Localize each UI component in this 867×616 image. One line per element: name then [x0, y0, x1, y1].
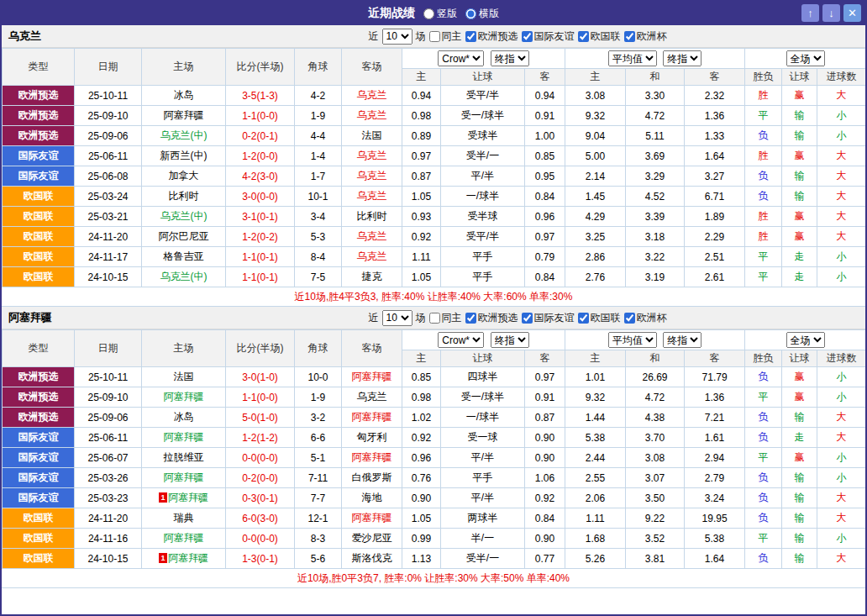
- away-team[interactable]: 乌克兰: [342, 247, 402, 267]
- euro-cup-checkbox[interactable]: [624, 313, 635, 324]
- company-final-select[interactable]: 终指: [491, 332, 529, 348]
- filter-euro-cup[interactable]: 欧洲杯: [624, 311, 667, 325]
- view-vertical-option[interactable]: 竖版: [423, 7, 457, 21]
- scope-select[interactable]: 全场: [786, 332, 825, 348]
- score[interactable]: 0-2(0-0): [226, 468, 295, 488]
- home-team[interactable]: 拉脱维亚: [142, 448, 226, 468]
- away-team[interactable]: 比利时: [342, 207, 402, 227]
- away-team[interactable]: 阿塞拜疆: [342, 508, 402, 529]
- average-final-select[interactable]: 终指: [663, 332, 701, 348]
- home-team[interactable]: 乌克兰(中): [142, 207, 226, 227]
- away-team[interactable]: 乌克兰: [342, 146, 402, 166]
- filter-nations-league[interactable]: 欧国联: [578, 311, 621, 325]
- filter-euro-qualifier[interactable]: 欧洲预选: [465, 29, 518, 44]
- scope-select[interactable]: 全场: [786, 50, 825, 66]
- home-team[interactable]: 1阿塞拜疆: [142, 488, 226, 508]
- euro-qualifier-checkbox[interactable]: [465, 313, 476, 324]
- filter-nations-league[interactable]: 欧国联: [578, 29, 621, 44]
- score[interactable]: 0-3(0-1): [226, 488, 295, 508]
- score[interactable]: 6-0(3-0): [226, 508, 295, 529]
- away-team[interactable]: 乌克兰: [342, 187, 402, 207]
- away-team[interactable]: 法国: [342, 126, 402, 146]
- home-team[interactable]: 阿塞拜疆: [142, 428, 226, 448]
- match-count-select[interactable]: 10: [382, 29, 412, 45]
- filter-euro-cup[interactable]: 欧洲杯: [624, 29, 667, 44]
- away-team[interactable]: 海地: [342, 488, 402, 508]
- move-down-icon[interactable]: ↓: [822, 4, 840, 22]
- friendly-checkbox[interactable]: [522, 31, 533, 42]
- same-home-checkbox[interactable]: [429, 313, 440, 324]
- score[interactable]: 3-0(0-0): [226, 187, 295, 207]
- ah-handicap: 受一球: [441, 428, 525, 448]
- match-count-select[interactable]: 10: [382, 310, 412, 326]
- home-team[interactable]: 1阿塞拜疆: [142, 549, 226, 569]
- away-team[interactable]: 乌克兰: [342, 227, 402, 247]
- filter-euro-qualifier[interactable]: 欧洲预选: [465, 311, 518, 325]
- home-team[interactable]: 阿塞拜疆: [142, 529, 226, 549]
- average-select[interactable]: 平均值: [608, 332, 657, 348]
- filter-friendly[interactable]: 国际友谊: [522, 311, 575, 325]
- same-home-filter[interactable]: 同主: [429, 311, 462, 325]
- average-final-select[interactable]: 终指: [663, 50, 701, 66]
- away-team[interactable]: 捷克: [342, 267, 402, 287]
- same-home-filter[interactable]: 同主: [429, 29, 462, 44]
- score[interactable]: 1-1(0-1): [226, 247, 295, 267]
- nations-league-checkbox[interactable]: [578, 31, 589, 42]
- euro-qualifier-checkbox[interactable]: [465, 31, 476, 42]
- move-up-icon[interactable]: ↑: [801, 4, 819, 22]
- score[interactable]: 3-5(1-3): [226, 86, 295, 106]
- away-team[interactable]: 阿塞拜疆: [342, 448, 402, 468]
- score[interactable]: 5-0(1-0): [226, 408, 295, 428]
- company-final-select[interactable]: 终指: [491, 50, 529, 66]
- home-team[interactable]: 冰岛: [142, 86, 226, 106]
- score[interactable]: 0-2(0-1): [226, 126, 295, 146]
- nations-league-checkbox[interactable]: [578, 313, 589, 324]
- score[interactable]: 3-0(1-0): [226, 367, 295, 387]
- average-select[interactable]: 平均值: [608, 50, 657, 66]
- home-team[interactable]: 冰岛: [142, 408, 226, 428]
- home-team[interactable]: 阿塞拜疆: [142, 106, 226, 126]
- score[interactable]: 4-2(3-0): [226, 166, 295, 187]
- home-team[interactable]: 阿尔巴尼亚: [142, 227, 226, 247]
- away-team[interactable]: 斯洛伐克: [342, 549, 402, 569]
- vertical-radio[interactable]: [423, 8, 434, 19]
- euro-cup-checkbox[interactable]: [624, 31, 635, 42]
- close-icon[interactable]: ✕: [843, 4, 861, 22]
- home-team[interactable]: 格鲁吉亚: [142, 247, 226, 267]
- home-team[interactable]: 加拿大: [142, 166, 226, 187]
- score[interactable]: 1-1(0-0): [226, 387, 295, 408]
- home-team[interactable]: 阿塞拜疆: [142, 468, 226, 488]
- score[interactable]: 1-1(0-1): [226, 267, 295, 287]
- home-team[interactable]: 法国: [142, 367, 226, 387]
- same-home-checkbox[interactable]: [429, 31, 440, 42]
- score[interactable]: 0-0(0-0): [226, 448, 295, 468]
- score[interactable]: 1-2(1-2): [226, 428, 295, 448]
- friendly-checkbox[interactable]: [522, 313, 533, 324]
- score[interactable]: 1-2(0-0): [226, 146, 295, 166]
- away-team[interactable]: 乌克兰: [342, 387, 402, 408]
- away-team[interactable]: 阿塞拜疆: [342, 408, 402, 428]
- score[interactable]: 1-2(0-2): [226, 227, 295, 247]
- home-team[interactable]: 阿塞拜疆: [142, 387, 226, 408]
- view-horizontal-option[interactable]: 横版: [465, 7, 499, 21]
- away-team[interactable]: 乌克兰: [342, 86, 402, 106]
- score[interactable]: 1-1(0-0): [226, 106, 295, 126]
- filter-friendly[interactable]: 国际友谊: [522, 29, 575, 44]
- away-team[interactable]: 阿塞拜疆: [342, 367, 402, 387]
- home-team[interactable]: 瑞典: [142, 508, 226, 529]
- home-team[interactable]: 乌克兰(中): [142, 126, 226, 146]
- company-select[interactable]: Crow*: [438, 332, 484, 348]
- score[interactable]: 3-1(0-1): [226, 207, 295, 227]
- score[interactable]: 0-0(0-0): [226, 529, 295, 549]
- away-team[interactable]: 爱沙尼亚: [342, 529, 402, 549]
- home-team[interactable]: 比利时: [142, 187, 226, 207]
- home-team[interactable]: 新西兰(中): [142, 146, 226, 166]
- horizontal-radio[interactable]: [465, 8, 476, 19]
- score[interactable]: 1-3(0-1): [226, 549, 295, 569]
- away-team[interactable]: 匈牙利: [342, 428, 402, 448]
- home-team[interactable]: 乌克兰(中): [142, 267, 226, 287]
- company-select[interactable]: Crow*: [438, 50, 484, 66]
- away-team[interactable]: 乌克兰: [342, 166, 402, 187]
- away-team[interactable]: 白俄罗斯: [342, 468, 402, 488]
- away-team[interactable]: 乌克兰: [342, 106, 402, 126]
